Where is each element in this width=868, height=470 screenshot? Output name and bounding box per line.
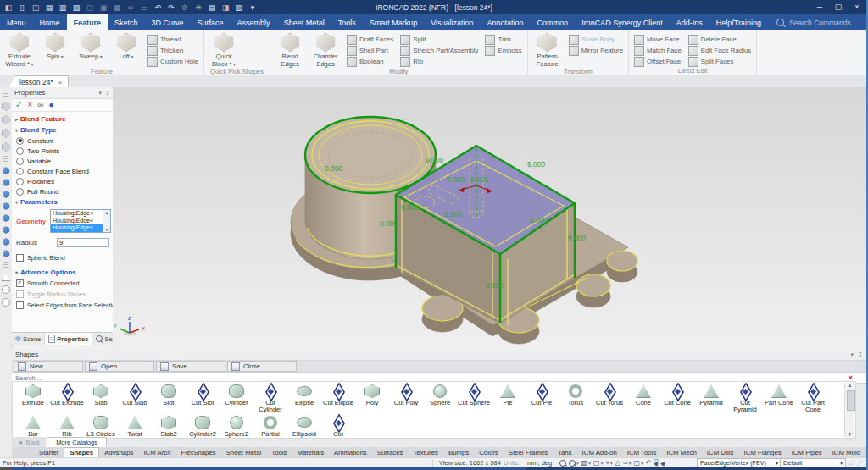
copy-icon[interactable]: ▢ [85,3,95,13]
catalog-shape-bar[interactable]: Bar [16,413,50,438]
search-commands-input[interactable] [787,18,868,28]
geometry-item[interactable]: Housing\Edge< [51,224,103,232]
ribbon-match-face-button[interactable]: Match Face [632,45,684,56]
radio-icon[interactable] [16,137,24,145]
geometry-scrollbar[interactable]: ▲▼ [103,210,110,232]
ribbon-thread-button[interactable]: Thread [145,34,201,45]
tab-surface[interactable]: Surface [191,14,231,30]
import-icon[interactable]: ▥ [58,3,68,13]
scroll-up-icon[interactable]: ▲ [848,383,853,388]
open-catalog-button[interactable]: Open [85,361,154,372]
catalog-tab-icm-arch[interactable]: ICM Arch [138,448,175,457]
tab-assembly[interactable]: Assembly [231,14,277,30]
preview-glasses-icon[interactable]: ∞▾ [623,459,631,467]
blend-type-constant[interactable]: Constant [12,135,113,146]
dimension-label[interactable]: 9.000 [568,234,587,242]
tab-menu[interactable]: Menu [0,14,33,30]
collapse-caret-icon[interactable]: ▾ [99,90,103,97]
ribbon-rib-button[interactable]: Rib [398,56,481,67]
catalog-shape-twist[interactable]: Twist [118,413,152,438]
catalog-shape-cut-part-cone[interactable]: Cut Part Cone [796,382,830,413]
ribbon-chamfer-edges-button[interactable]: ChamferEdges [309,31,342,68]
catalog-shape-ellipsoid[interactable]: Ellipsoid [287,413,321,438]
camera-icon[interactable]: ▭ [139,3,149,13]
dimension-label[interactable]: 9.000 [486,281,504,290]
shape-circle-icon[interactable] [2,298,10,307]
pin-icon[interactable]: ↧ [105,90,110,97]
dimension-label[interactable]: 9.000 [530,216,548,224]
tab-ironcad-synergy-client[interactable]: IronCAD Synergy Client [575,14,670,30]
catalog-tab-tank[interactable]: Tank [553,448,576,457]
list-view-icon[interactable]: ▤ [207,3,217,13]
tab-smart-markup[interactable]: Smart Markup [363,14,425,30]
link-icon[interactable]: ∞ [125,3,136,13]
catalog-scrollbar[interactable]: ▲ ▼ [844,383,854,437]
catalog-shape-slab2[interactable]: Slab2 [152,413,186,438]
tab-feature[interactable]: Feature [67,14,108,30]
radio-icon[interactable] [16,168,24,175]
render-style-icon[interactable]: ▧▾ [581,459,591,467]
shape-triangle-icon[interactable] [2,273,11,281]
preview-glasses-button[interactable]: ∞ [37,101,43,109]
catalog-tab-flexshapes[interactable]: FlexShapes [175,448,220,457]
document-close-icon[interactable]: × [58,79,63,86]
option-dot-button[interactable]: ● [48,101,53,109]
tab-annotation[interactable]: Annotation [481,14,531,30]
close-button[interactable]: × [848,0,866,14]
collapse-caret-icon[interactable]: ▾ [851,351,854,358]
maximize-button[interactable]: ▢ [829,0,848,14]
advance-options-header[interactable]: ▾ Advance Options [12,267,113,278]
undo-icon[interactable]: ↶ [153,3,163,13]
ribbon-move-face-button[interactable]: Move Face [632,34,684,45]
catalog-tab-sheet-metal[interactable]: Sheet Metal [221,448,267,457]
properties-list-icon[interactable]: ▥ [234,3,244,13]
shape-cube-icon[interactable] [2,129,11,138]
catalog-tab-textures[interactable]: Textures [408,448,442,457]
ribbon-emboss-button[interactable]: Emboss [482,45,524,56]
catalog-tab-animations[interactable]: Animations [329,448,372,457]
ribbon-mirror-feature-button[interactable]: Mirror Feature [566,45,626,56]
ribbon-boolean-button[interactable]: Boolean [344,56,396,67]
shape-cube-icon[interactable] [3,214,10,222]
radio-icon[interactable] [16,188,24,196]
measure-icon[interactable]: △ [615,459,620,467]
resize-grip-icon[interactable]: ⋰ [857,459,864,467]
shape-circle-icon[interactable] [2,285,10,294]
ribbon-blend-edges-button[interactable]: BlendEdges [273,31,307,68]
catalog-tab-colors[interactable]: Colors [474,448,504,457]
catalog-tab-icm-add-on[interactable]: ICM Add-on [577,448,622,457]
ribbon-pattern-feature-button[interactable]: PatternFeature [531,31,565,68]
catalog-tab-bumps[interactable]: Bumps [443,448,474,457]
apply-button[interactable]: ✓ [15,101,22,109]
ribbon-custom-hole-button[interactable]: Custom Hole [145,56,201,67]
viewport-3d[interactable]: 9.0009.0009.0009.0009.0009.0009.0009.000… [113,87,866,349]
select-cursor-icon[interactable]: ▶ [654,460,659,467]
settings-gear-icon[interactable]: ⚙ [180,3,190,13]
triball-icon[interactable]: ✳ [193,3,203,13]
dimension-label[interactable]: 9.000 [470,175,489,184]
tab-help-training[interactable]: Help/Training [709,14,768,30]
ribbon-scale-body-button[interactable]: Scale Body [566,34,626,45]
units-value[interactable]: mm, deg [527,459,552,467]
shape-cube-icon[interactable] [3,202,10,210]
tab-sketch[interactable]: Sketch [108,14,145,30]
catalog-shape-poly[interactable]: Poly [355,382,389,406]
ribbon-edit-face-radius-button[interactable]: Edit Face Radius [686,45,754,56]
panel-tab-properties[interactable]: Properties [45,333,92,345]
new-scene-icon[interactable]: ▯ [17,3,27,13]
panel-tab-scene[interactable]: Scene [12,333,45,345]
catalog-shape-extrude[interactable]: Extrude [16,382,50,406]
ribbon-delete-face-button[interactable]: Delete Face [686,34,754,45]
catalog-shape-cut-extrude[interactable]: Cut Extrude [50,382,84,406]
pin-icon[interactable]: ↧ [858,351,863,358]
paste-icon[interactable]: ▣ [98,3,108,13]
zoom-in-icon[interactable] [559,460,566,467]
more-catalogs-tab[interactable]: More Catalogs [47,437,107,448]
catalog-shape-cylinder2[interactable]: Cylinder2 [186,413,220,438]
parameters-header[interactable]: ▾ Parameters [12,196,113,207]
catalog-tab-icm-mech[interactable]: ICM Mech [661,448,702,457]
catalog-shape-cut-pie[interactable]: Cut Pie [525,382,559,406]
catalog-shape-cut-cylinder[interactable]: Cut Cylinder [253,382,287,413]
catalog-tab-icm-tools[interactable]: ICM Tools [622,448,662,457]
catalog-tab-surfaces[interactable]: Surfaces [372,448,409,457]
